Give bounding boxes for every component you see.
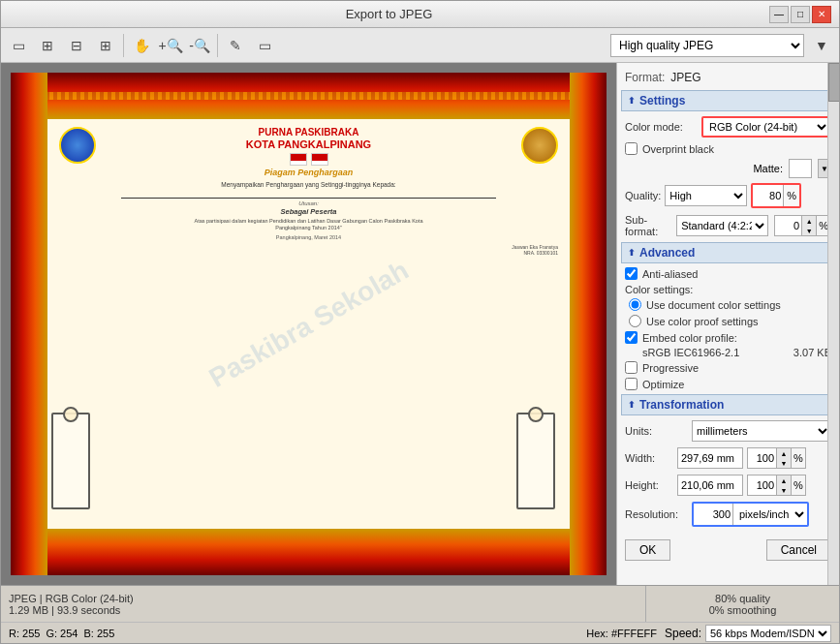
preset-select[interactable]: High quality JPEG Standard JPEG Low qual… (610, 34, 804, 57)
resolution-unit-select[interactable]: pixels/inch pixels/cm (732, 504, 807, 525)
advanced-arrow-icon: ⬆ (628, 248, 636, 258)
subformat-spin-up[interactable]: ▲ (802, 216, 816, 226)
width-pct-down[interactable]: ▼ (777, 458, 791, 468)
units-row: Units: millimeters pixels inches (621, 417, 835, 445)
status-file-info: JPEG | RGB Color (24-bit) (9, 593, 638, 604)
embed-profile-size: 3.07 KB (793, 347, 831, 358)
format-value: JPEG (670, 71, 700, 84)
anti-alias-label: Anti-aliased (642, 268, 698, 280)
action-buttons: OK Cancel (621, 534, 835, 565)
zoom-out-button[interactable]: -🔍 (186, 32, 213, 59)
advanced-section-header[interactable]: ⬆ Advanced (621, 242, 835, 263)
width-pct-spinner: ▲ ▼ (776, 447, 792, 469)
subformat-select[interactable]: Standard (4:2:2) Progressive (4:2:0) (676, 215, 768, 236)
view-box-button[interactable]: ▭ (251, 32, 278, 59)
speed-wrap: Speed: 56 kbps Modem/ISDN 128 kbps ISDN … (665, 625, 831, 642)
progressive-label: Progressive (642, 362, 699, 374)
hex-value: #FFFEFF (611, 628, 657, 639)
format-row: Format: JPEG (621, 67, 835, 88)
tool-button-4[interactable]: ⊞ (92, 32, 119, 59)
width-pct-input[interactable] (747, 447, 776, 469)
status-left: JPEG | RGB Color (24-bit) 1.29 MB | 93.9… (1, 586, 645, 622)
subformat-row: Sub-format: Standard (4:2:2) Progressive… (621, 211, 835, 240)
speed-select[interactable]: 56 kbps Modem/ISDN 128 kbps ISDN 512 kbp… (705, 625, 831, 642)
progressive-checkbox[interactable] (625, 361, 638, 374)
ok-button[interactable]: OK (625, 539, 670, 561)
tool-button-1[interactable]: ▭ (5, 32, 32, 59)
optimize-row: Optimize (621, 376, 835, 392)
main-area: PURNA PASKIBRAKA KOTA PANGKALPINANG (1, 63, 839, 585)
color-proof-radio[interactable] (629, 315, 641, 327)
quality-row: Quality: High Low Medium Maximum % (621, 180, 835, 211)
cert-org-name: PURNA PASKIBRAKA (104, 127, 513, 138)
cert-city-name: KOTA PANGKALPINANG (104, 138, 513, 151)
subformat-number-input[interactable] (774, 215, 801, 236)
width-input[interactable] (677, 447, 743, 469)
scroll-thumb[interactable] (828, 63, 839, 102)
maximize-button[interactable]: □ (791, 6, 810, 23)
overprint-checkbox[interactable] (625, 142, 638, 155)
cert-occasion: Utusan: (298, 200, 319, 206)
color-doc-label: Use document color settings (646, 299, 781, 311)
minimize-button[interactable]: — (769, 6, 789, 23)
tool-button-3[interactable]: ⊟ (63, 32, 90, 59)
height-input[interactable] (677, 475, 743, 496)
right-panel-scrollbar[interactable] (827, 63, 839, 585)
window-controls: — □ ✕ (769, 6, 831, 23)
cert-recipient: Sebagai Peserta (281, 207, 337, 216)
units-select[interactable]: millimeters pixels inches (692, 420, 831, 442)
certificate-preview: PURNA PASKIBRAKA KOTA PANGKALPINANG (11, 73, 607, 575)
height-label: Height: (625, 479, 673, 491)
status-right: 80% quality 0% smoothing (645, 586, 839, 622)
color-proof-radio-row: Use color proof settings (621, 313, 835, 329)
window-title: Export to JPEG (9, 7, 769, 21)
height-pct-input[interactable] (747, 475, 776, 496)
tool-button-2[interactable]: ⊞ (34, 32, 61, 59)
color-settings-group-label: Color settings: (621, 282, 835, 296)
height-pct-down[interactable]: ▼ (777, 485, 791, 495)
right-panel: Format: JPEG ⬆ Settings Color mode: RGB … (616, 63, 839, 585)
overprint-label: Overprint black (642, 143, 714, 155)
status-smoothing-info: 0% smoothing (654, 604, 831, 616)
height-pct-up[interactable]: ▲ (777, 475, 791, 485)
settings-arrow-icon: ⬆ (628, 96, 636, 106)
transformation-section-header[interactable]: ⬆ Transformation (621, 394, 835, 415)
height-pct-spinner: ▲ ▼ (776, 475, 792, 496)
pan-tool-button[interactable]: ✋ (128, 32, 155, 59)
width-pct-symbol: % (792, 447, 806, 469)
quality-percent-label: % (784, 185, 799, 206)
pixel-status-bar: R: 255 G: 254 B: 255 Hex: #FFFEFF Speed:… (1, 622, 839, 643)
transformation-arrow-icon: ⬆ (628, 400, 636, 410)
resolution-input-wrap: pixels/inch pixels/cm (692, 502, 809, 527)
quality-number-input[interactable] (753, 185, 784, 206)
color-doc-radio[interactable] (629, 298, 641, 311)
cert-location: Pangkalpinang, Maret 2014 (276, 234, 341, 240)
optimize-checkbox[interactable] (625, 378, 638, 390)
cert-body: Menyampaikan Penghargaan yang Setinggi-t… (221, 181, 395, 188)
subformat-label: Sub-format: (625, 214, 672, 237)
title-bar: Export to JPEG — □ ✕ (1, 1, 839, 28)
eyedropper-button[interactable]: ✎ (222, 32, 249, 59)
zoom-in-button[interactable]: +🔍 (157, 32, 184, 59)
anti-alias-row: Anti-aliased (621, 265, 835, 282)
close-button[interactable]: ✕ (812, 6, 831, 23)
color-mode-select[interactable]: RGB Color (24-bit) Grayscale (8-bit) (701, 116, 831, 138)
embed-profile-checkbox[interactable] (625, 331, 638, 344)
quality-value-wrap: % (751, 183, 801, 208)
preset-arrow-button[interactable]: ▼ (808, 32, 835, 59)
width-pct-up[interactable]: ▲ (777, 448, 791, 458)
anti-alias-checkbox[interactable] (625, 267, 638, 280)
progressive-row: Progressive (621, 359, 835, 376)
toolbar: ▭ ⊞ ⊟ ⊞ ✋ +🔍 -🔍 ✎ ▭ High quality JPEG St… (1, 28, 839, 63)
subformat-spin-down[interactable]: ▼ (802, 226, 816, 235)
settings-section-header[interactable]: ⬆ Settings (621, 90, 835, 111)
resolution-input[interactable] (694, 504, 732, 525)
width-pct-wrap: ▲ ▼ % (747, 447, 806, 469)
matte-color-box[interactable] (789, 159, 812, 178)
preview-image: PURNA PASKIBRAKA KOTA PANGKALPINANG (11, 73, 607, 575)
color-proof-label: Use color proof settings (646, 316, 759, 327)
quality-level-select[interactable]: High Low Medium Maximum (665, 185, 747, 206)
settings-section-label: Settings (639, 94, 685, 107)
pixel-r: R: 255 (9, 628, 40, 639)
cancel-button[interactable]: Cancel (766, 539, 831, 561)
